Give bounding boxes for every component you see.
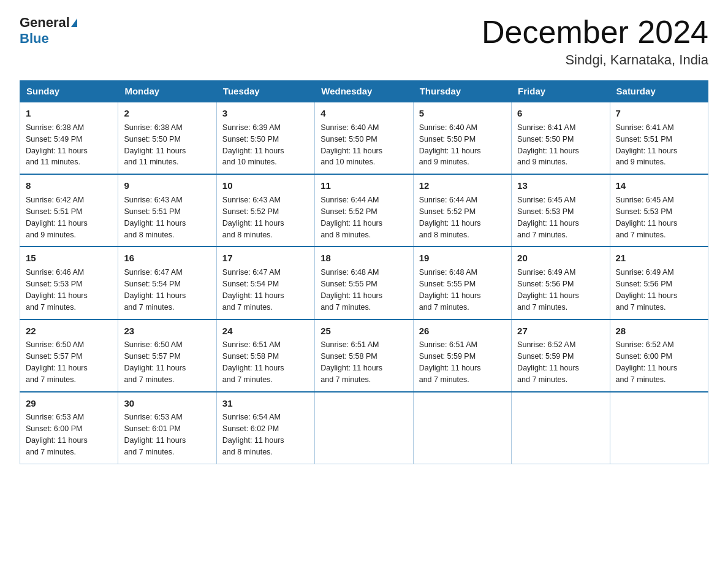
table-row: 28 Sunrise: 6:52 AMSunset: 6:00 PMDaylig…	[610, 320, 708, 392]
calendar-header-row: Sunday Monday Tuesday Wednesday Thursday…	[20, 81, 708, 102]
day-info: Sunrise: 6:51 AMSunset: 5:58 PMDaylight:…	[320, 340, 382, 384]
calendar-table: Sunday Monday Tuesday Wednesday Thursday…	[20, 80, 708, 464]
table-row	[610, 392, 708, 464]
day-info: Sunrise: 6:43 AMSunset: 5:51 PMDaylight:…	[124, 196, 186, 239]
header-wednesday: Wednesday	[315, 81, 413, 102]
table-row: 15 Sunrise: 6:46 AMSunset: 5:53 PMDaylig…	[20, 247, 118, 319]
day-info: Sunrise: 6:39 AMSunset: 5:50 PMDaylight:…	[222, 123, 284, 167]
day-number: 19	[419, 251, 506, 265]
table-row	[413, 392, 511, 464]
day-number: 18	[320, 251, 407, 265]
logo: General Blue	[20, 15, 78, 47]
day-number: 10	[222, 179, 309, 193]
table-row: 29 Sunrise: 6:53 AMSunset: 6:00 PMDaylig…	[20, 392, 118, 464]
day-number: 30	[124, 397, 210, 410]
day-number: 17	[222, 251, 309, 265]
table-row: 2 Sunrise: 6:38 AMSunset: 5:50 PMDayligh…	[118, 102, 216, 174]
day-info: Sunrise: 6:45 AMSunset: 5:53 PMDaylight:…	[517, 196, 579, 239]
day-number: 26	[419, 324, 506, 338]
table-row: 30 Sunrise: 6:53 AMSunset: 6:01 PMDaylig…	[118, 392, 216, 464]
day-info: Sunrise: 6:40 AMSunset: 5:50 PMDaylight:…	[320, 123, 382, 167]
day-info: Sunrise: 6:44 AMSunset: 5:52 PMDaylight:…	[419, 196, 481, 239]
day-number: 29	[26, 397, 112, 410]
location-subtitle: Sindgi, Karnataka, India	[482, 52, 708, 68]
day-info: Sunrise: 6:40 AMSunset: 5:50 PMDaylight:…	[419, 123, 481, 167]
table-row: 17 Sunrise: 6:47 AMSunset: 5:54 PMDaylig…	[216, 247, 314, 319]
calendar-week-row: 22 Sunrise: 6:50 AMSunset: 5:57 PMDaylig…	[20, 320, 708, 392]
table-row: 12 Sunrise: 6:44 AMSunset: 5:52 PMDaylig…	[413, 174, 511, 247]
day-info: Sunrise: 6:48 AMSunset: 5:55 PMDaylight:…	[419, 268, 481, 312]
day-number: 25	[320, 324, 407, 338]
day-info: Sunrise: 6:41 AMSunset: 5:50 PMDaylight:…	[517, 123, 579, 167]
header-monday: Monday	[118, 81, 216, 102]
day-number: 24	[222, 324, 309, 338]
day-info: Sunrise: 6:52 AMSunset: 5:59 PMDaylight:…	[517, 340, 579, 384]
logo-blue-text: Blue	[20, 31, 49, 47]
table-row: 21 Sunrise: 6:49 AMSunset: 5:56 PMDaylig…	[610, 247, 708, 319]
page-header: General Blue December 2024 Sindgi, Karna…	[20, 15, 708, 68]
table-row: 9 Sunrise: 6:43 AMSunset: 5:51 PMDayligh…	[118, 174, 216, 247]
day-info: Sunrise: 6:52 AMSunset: 6:00 PMDaylight:…	[616, 340, 678, 384]
table-row: 23 Sunrise: 6:50 AMSunset: 5:57 PMDaylig…	[118, 320, 216, 392]
header-thursday: Thursday	[413, 81, 511, 102]
day-info: Sunrise: 6:38 AMSunset: 5:50 PMDaylight:…	[124, 123, 186, 167]
day-number: 16	[124, 251, 210, 265]
day-info: Sunrise: 6:47 AMSunset: 5:54 PMDaylight:…	[222, 268, 284, 312]
day-info: Sunrise: 6:53 AMSunset: 6:00 PMDaylight:…	[26, 413, 88, 456]
day-info: Sunrise: 6:47 AMSunset: 5:54 PMDaylight:…	[124, 268, 186, 312]
calendar-week-row: 15 Sunrise: 6:46 AMSunset: 5:53 PMDaylig…	[20, 247, 708, 319]
table-row: 11 Sunrise: 6:44 AMSunset: 5:52 PMDaylig…	[315, 174, 413, 247]
table-row	[512, 392, 610, 464]
table-row: 4 Sunrise: 6:40 AMSunset: 5:50 PMDayligh…	[315, 102, 413, 174]
day-number: 31	[222, 397, 309, 410]
day-info: Sunrise: 6:46 AMSunset: 5:53 PMDaylight:…	[26, 268, 88, 312]
table-row: 24 Sunrise: 6:51 AMSunset: 5:58 PMDaylig…	[216, 320, 314, 392]
day-number: 14	[616, 179, 702, 193]
logo-triangle-icon	[71, 18, 77, 27]
header-saturday: Saturday	[610, 81, 708, 102]
day-number: 4	[320, 107, 407, 120]
calendar-week-row: 29 Sunrise: 6:53 AMSunset: 6:00 PMDaylig…	[20, 392, 708, 464]
header-tuesday: Tuesday	[216, 81, 314, 102]
header-friday: Friday	[512, 81, 610, 102]
table-row	[315, 392, 413, 464]
day-number: 11	[320, 179, 407, 193]
table-row: 20 Sunrise: 6:49 AMSunset: 5:56 PMDaylig…	[512, 247, 610, 319]
day-info: Sunrise: 6:48 AMSunset: 5:55 PMDaylight:…	[320, 268, 382, 312]
table-row: 13 Sunrise: 6:45 AMSunset: 5:53 PMDaylig…	[512, 174, 610, 247]
table-row: 26 Sunrise: 6:51 AMSunset: 5:59 PMDaylig…	[413, 320, 511, 392]
table-row: 31 Sunrise: 6:54 AMSunset: 6:02 PMDaylig…	[216, 392, 314, 464]
table-row: 22 Sunrise: 6:50 AMSunset: 5:57 PMDaylig…	[20, 320, 118, 392]
table-row: 18 Sunrise: 6:48 AMSunset: 5:55 PMDaylig…	[315, 247, 413, 319]
day-number: 23	[124, 324, 210, 338]
table-row: 19 Sunrise: 6:48 AMSunset: 5:55 PMDaylig…	[413, 247, 511, 319]
day-number: 13	[517, 179, 604, 193]
day-info: Sunrise: 6:50 AMSunset: 5:57 PMDaylight:…	[26, 340, 88, 384]
table-row: 14 Sunrise: 6:45 AMSunset: 5:53 PMDaylig…	[610, 174, 708, 247]
day-info: Sunrise: 6:42 AMSunset: 5:51 PMDaylight:…	[26, 196, 88, 239]
day-info: Sunrise: 6:38 AMSunset: 5:49 PMDaylight:…	[26, 123, 88, 167]
day-info: Sunrise: 6:41 AMSunset: 5:51 PMDaylight:…	[616, 123, 678, 167]
day-number: 6	[517, 107, 604, 120]
table-row: 5 Sunrise: 6:40 AMSunset: 5:50 PMDayligh…	[413, 102, 511, 174]
day-info: Sunrise: 6:53 AMSunset: 6:01 PMDaylight:…	[124, 413, 186, 456]
day-info: Sunrise: 6:45 AMSunset: 5:53 PMDaylight:…	[616, 196, 678, 239]
table-row: 7 Sunrise: 6:41 AMSunset: 5:51 PMDayligh…	[610, 102, 708, 174]
day-number: 5	[419, 107, 506, 120]
table-row: 27 Sunrise: 6:52 AMSunset: 5:59 PMDaylig…	[512, 320, 610, 392]
table-row: 6 Sunrise: 6:41 AMSunset: 5:50 PMDayligh…	[512, 102, 610, 174]
day-number: 22	[26, 324, 112, 338]
day-info: Sunrise: 6:54 AMSunset: 6:02 PMDaylight:…	[222, 413, 284, 456]
day-number: 27	[517, 324, 604, 338]
calendar-week-row: 8 Sunrise: 6:42 AMSunset: 5:51 PMDayligh…	[20, 174, 708, 247]
header-sunday: Sunday	[20, 81, 118, 102]
day-info: Sunrise: 6:44 AMSunset: 5:52 PMDaylight:…	[320, 196, 382, 239]
table-row: 25 Sunrise: 6:51 AMSunset: 5:58 PMDaylig…	[315, 320, 413, 392]
day-number: 8	[26, 179, 112, 193]
logo-general-text: General	[20, 15, 70, 31]
day-info: Sunrise: 6:51 AMSunset: 5:58 PMDaylight:…	[222, 340, 284, 384]
day-info: Sunrise: 6:43 AMSunset: 5:52 PMDaylight:…	[222, 196, 284, 239]
day-info: Sunrise: 6:50 AMSunset: 5:57 PMDaylight:…	[124, 340, 186, 384]
table-row: 16 Sunrise: 6:47 AMSunset: 5:54 PMDaylig…	[118, 247, 216, 319]
day-info: Sunrise: 6:49 AMSunset: 5:56 PMDaylight:…	[616, 268, 678, 312]
